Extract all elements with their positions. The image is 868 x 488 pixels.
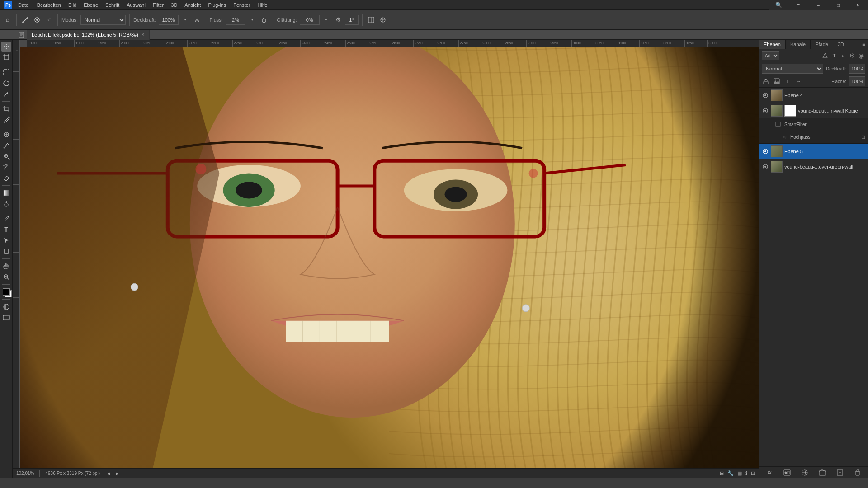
fluss-input[interactable] [226, 15, 245, 25]
brush-preset-icon[interactable] [32, 15, 42, 25]
menu-fenster[interactable]: Fenster [230, 1, 254, 9]
status-expand-icon[interactable]: ⊡ [751, 470, 755, 476]
tab-3d[interactable]: 3D [833, 40, 849, 49]
doc-tab-close-icon[interactable]: ✕ [141, 32, 145, 37]
deckkraft-input[interactable] [159, 15, 179, 25]
airbrush-icon[interactable] [259, 15, 269, 25]
layers-group-button[interactable] [818, 468, 827, 477]
tool-move[interactable] [1, 42, 11, 52]
menu-filter[interactable]: Filter [149, 1, 167, 9]
menu-schrift[interactable]: Schrift [102, 1, 123, 9]
deckkraft-dropdown-icon[interactable]: ▼ [180, 15, 190, 25]
tool-screen-mode[interactable] [1, 313, 11, 323]
glaettung-input[interactable] [300, 15, 320, 25]
menu-hilfe[interactable]: Hilfe [254, 1, 271, 9]
doc-tab[interactable]: Leucht Effekt.psdc bei 102% (Ebene 5, RG… [27, 30, 150, 40]
tool-dodge[interactable] [1, 199, 11, 209]
layer-sub-smartfilter[interactable]: SmartFilter [759, 118, 868, 131]
layer-item-young-kopie[interactable]: young-beauti...n-wall Kopie [759, 103, 868, 118]
lock-all-icon[interactable]: ↔ [794, 77, 802, 85]
layers-adjustment-button[interactable] [800, 468, 809, 477]
filter-adjustment-icon[interactable]: a [839, 52, 847, 60]
filter-smart-icon[interactable] [848, 52, 856, 60]
layer-vis-young-kopie[interactable] [762, 107, 769, 114]
tool-brush[interactable] [1, 141, 11, 150]
layers-mode-select[interactable]: Normal [762, 64, 823, 74]
tool-gradient[interactable] [1, 188, 11, 198]
menu-bild[interactable]: Bild [65, 1, 80, 9]
minimize-button[interactable]: – [808, 0, 828, 10]
tool-quick-mask[interactable] [1, 302, 11, 312]
panel-options-icon[interactable]: ≡ [861, 40, 866, 48]
tool-path-select[interactable] [1, 235, 11, 245]
tool-spot-heal[interactable] [1, 130, 11, 140]
lock-image-icon[interactable] [773, 77, 781, 85]
tab-pfade[interactable]: Pfade [811, 40, 833, 49]
tool-eraser[interactable] [1, 173, 11, 183]
tab-ebenen[interactable]: Ebenen [759, 40, 786, 49]
status-info-icon[interactable]: ℹ [745, 470, 747, 476]
menu-auswahl[interactable]: Auswahl [123, 1, 149, 9]
tool-clone-stamp[interactable] [1, 151, 11, 161]
settings-icon[interactable]: ⚙ [333, 15, 343, 25]
tool-zoom[interactable] [1, 272, 11, 282]
maximize-button[interactable]: □ [828, 0, 848, 10]
layer-item-ebene4[interactable]: Ebene 4 [759, 88, 868, 103]
tool-select-rect[interactable] [1, 67, 11, 77]
layers-fx-button[interactable]: fx [765, 468, 774, 477]
tool-lasso[interactable] [1, 78, 11, 88]
status-left-arrow[interactable]: ◀ [107, 471, 110, 476]
tool-shape[interactable] [1, 246, 11, 256]
tab-kanaele[interactable]: Kanäle [786, 40, 811, 49]
status-layers-icon[interactable]: ▤ [737, 470, 742, 476]
layers-deckkraft-input[interactable] [849, 64, 865, 74]
search-icon-win[interactable]: 🔍 [769, 0, 788, 10]
brush-preset-picker-icon[interactable] [378, 15, 388, 25]
layers-add-mask-button[interactable] [783, 468, 792, 477]
filter-shape-icon[interactable] [821, 52, 829, 60]
layer-vis-young-green[interactable] [762, 163, 769, 170]
menu-bearbeiten[interactable]: Bearbeiten [33, 1, 65, 9]
layers-filter-type[interactable]: Art [762, 51, 779, 60]
layers-filter-type-select-wrapper[interactable]: Art [762, 51, 810, 60]
menu-plugins[interactable]: Plug-ins [204, 1, 230, 9]
canvas-image[interactable] [20, 47, 759, 468]
filter-f-icon[interactable]: f [812, 52, 820, 60]
layers-flache-input[interactable] [849, 76, 865, 86]
tool-artboard[interactable] [1, 52, 11, 62]
angle-input[interactable] [345, 15, 359, 25]
layer-vis-ebene4[interactable] [762, 92, 769, 99]
filter-toggle[interactable]: ◉ [857, 52, 865, 60]
menu-3d[interactable]: 3D [167, 1, 181, 9]
pressure-icon[interactable] [192, 15, 202, 25]
status-grid-icon[interactable]: ⊞ [720, 470, 724, 476]
layers-delete-button[interactable] [853, 468, 862, 477]
layer-vis-ebene5[interactable] [762, 148, 769, 155]
lock-position-icon[interactable]: + [783, 77, 792, 85]
tool-pen[interactable] [1, 214, 11, 224]
menu-datei[interactable]: Datei [14, 1, 33, 9]
layer-sub-hochpass[interactable]: ≋ Hochpass ⊞ [759, 131, 868, 144]
glaettung-dropdown-icon[interactable]: ▼ [321, 15, 331, 25]
workspace-icon[interactable]: ≡ [788, 0, 808, 10]
close-button[interactable]: ✕ [848, 0, 868, 10]
hochpass-settings-icon[interactable]: ⊞ [861, 134, 865, 140]
home-icon[interactable]: ⌂ [3, 15, 13, 25]
menu-ebene[interactable]: Ebene [80, 1, 102, 9]
lock-transparent-icon[interactable] [762, 77, 770, 85]
layer-mask-young-kopie[interactable] [784, 105, 796, 117]
status-right-arrow[interactable]: ▶ [116, 471, 119, 476]
fluss-dropdown-icon[interactable]: ▼ [247, 15, 257, 25]
tool-type[interactable]: T [1, 225, 11, 235]
tool-magic-wand[interactable] [1, 89, 11, 99]
foreground-color-swatch[interactable] [1, 287, 11, 297]
tool-history-brush[interactable] [1, 162, 11, 172]
layer-item-young-green[interactable]: young-beauti-...over-green-wall [759, 159, 868, 174]
symmetry-icon[interactable] [366, 15, 376, 25]
tool-hand[interactable] [1, 261, 11, 271]
filter-text-icon[interactable]: T [830, 52, 838, 60]
menu-ansicht[interactable]: Ansicht [181, 1, 204, 9]
tool-eyedropper[interactable] [1, 115, 11, 125]
layer-item-ebene5[interactable]: Ebene 5 [759, 144, 868, 159]
layers-new-button[interactable] [835, 468, 844, 477]
